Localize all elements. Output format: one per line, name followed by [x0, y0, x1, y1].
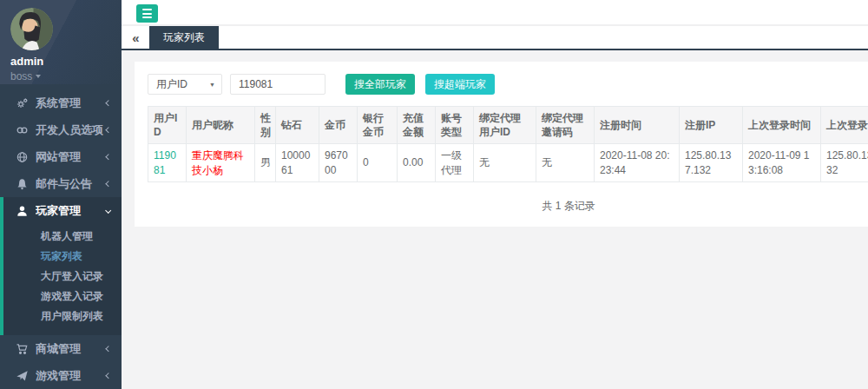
column-bound-agent-invite-code: 绑定代理邀请码 — [536, 107, 595, 144]
collapse-tabs-button[interactable]: « — [122, 26, 149, 49]
sidebar-item-label: 邮件与公告 — [36, 176, 106, 192]
cell-bound-agent-user-id: 无 — [474, 144, 536, 181]
sidebar-item-mall-management[interactable]: 商城管理 — [0, 335, 122, 362]
user-profile: admin boss — [0, 0, 122, 84]
user-name: admin — [10, 55, 122, 68]
column-register-time: 注册时间 — [595, 107, 680, 144]
avatar — [10, 8, 53, 50]
sidebar-item-game-management[interactable]: 游戏管理 — [0, 362, 122, 389]
cell-bound-agent-invite-code: 无 — [536, 144, 595, 181]
column-gold: 金币 — [319, 107, 358, 144]
cell-register-ip: 125.80.137.132 — [680, 144, 743, 181]
column-bound-agent-user-id: 绑定代理用户ID — [474, 107, 536, 144]
cell-diamonds: 1000061 — [276, 144, 319, 181]
caret-down-icon — [36, 75, 41, 78]
cart-icon — [16, 343, 29, 355]
app-window: admin boss 系统管理 — [0, 0, 868, 389]
column-recharge-amount: 充值金额 — [398, 107, 436, 144]
paper-plane-icon — [16, 370, 29, 382]
sidebar-subitem-robot-management[interactable]: 机器人管理 — [3, 227, 122, 247]
cell-gender: 男 — [255, 144, 276, 181]
field-selector-value: 用户ID — [156, 77, 187, 92]
chevron-left-icon — [105, 346, 112, 353]
chevron-left-icon — [105, 100, 112, 107]
search-input[interactable] — [230, 74, 326, 95]
sidebar-item-label: 玩家管理 — [36, 203, 106, 219]
search-all-players-button[interactable]: 搜全部玩家 — [345, 74, 415, 95]
sidebar-subitem-lobby-login-log[interactable]: 大厅登入记录 — [3, 267, 122, 287]
column-nickname: 用户昵称 — [187, 107, 255, 144]
search-form: 用户ID ▼ 搜全部玩家 搜超端玩家 — [148, 74, 868, 95]
link-icon — [16, 124, 29, 136]
cell-register-time: 2020-11-08 20:23:44 — [595, 144, 680, 181]
column-account-type: 账号类型 — [436, 107, 474, 144]
cell-last-login-ip: 125.80.137.132 — [821, 144, 868, 181]
user-role-dropdown[interactable]: boss — [10, 70, 122, 82]
chevron-left-icon — [105, 154, 112, 161]
topbar — [122, 0, 868, 26]
sidebar-item-mail-announcements[interactable]: 邮件与公告 — [0, 170, 122, 197]
user-id-link[interactable]: 119081 — [148, 144, 187, 181]
sidebar-toggle-button[interactable] — [136, 4, 158, 23]
main-area: « 玩家列表 用户ID ▼ 搜全部玩家 搜超端玩家 — [122, 0, 868, 389]
column-register-ip: 注册IP — [680, 107, 743, 144]
chevron-down-icon — [105, 208, 112, 214]
sidebar-item-system[interactable]: 系统管理 — [0, 89, 122, 116]
cell-nickname: 重庆魔腾科技小杨 — [187, 144, 255, 181]
player-table: 用户ID 用户昵称 性别 钻石 金币 银行金币 充值金额 账号类型 绑定代理用户… — [148, 106, 868, 182]
table-header-row: 用户ID 用户昵称 性别 钻石 金币 银行金币 充值金额 账号类型 绑定代理用户… — [148, 107, 868, 144]
search-super-players-button[interactable]: 搜超端玩家 — [425, 74, 495, 95]
sidebar-nav: 系统管理 开发人员选项 网站管理 — [0, 84, 122, 389]
chevron-left-icon — [105, 127, 112, 134]
sidebar-subitem-game-login-log[interactable]: 游戏登入记录 — [3, 287, 122, 307]
cell-bank-gold: 0 — [358, 144, 398, 181]
sidebar: admin boss 系统管理 — [0, 0, 122, 389]
sidebar-item-label: 商城管理 — [36, 341, 106, 357]
hamburger-icon — [142, 9, 152, 10]
table-row: 119081 重庆魔腾科技小杨 男 1000061 967000 0 0.00 … — [148, 144, 868, 181]
sidebar-item-label: 网站管理 — [36, 149, 106, 165]
player-list-panel: 用户ID ▼ 搜全部玩家 搜超端玩家 — [135, 62, 868, 227]
column-gender: 性别 — [255, 107, 276, 144]
sidebar-item-label: 系统管理 — [36, 96, 106, 111]
cell-account-type: 一级代理 — [436, 144, 474, 181]
sidebar-item-label: 游戏管理 — [36, 368, 106, 384]
chevron-left-icon — [105, 181, 112, 188]
column-user-id: 用户ID — [148, 107, 187, 144]
cell-recharge-amount: 0.00 — [398, 144, 436, 181]
sidebar-subitem-user-restriction-list[interactable]: 用户限制列表 — [3, 307, 122, 326]
column-last-login-time: 上次登录时间 — [743, 107, 821, 144]
tabbar: « 玩家列表 — [122, 26, 868, 50]
sidebar-item-dev-options[interactable]: 开发人员选项 — [0, 116, 122, 143]
column-last-login-ip: 上次登录IP — [821, 107, 868, 144]
gears-icon — [16, 97, 29, 109]
user-role-label: boss — [10, 70, 32, 82]
record-count: 共 1 条记录 — [148, 199, 868, 218]
player-management-submenu: 机器人管理 玩家列表 大厅登入记录 游戏登入记录 用户限制列表 — [3, 224, 122, 335]
bell-icon — [16, 178, 29, 190]
column-bank-gold: 银行金币 — [358, 107, 398, 144]
content-area: 用户ID ▼ 搜全部玩家 搜超端玩家 — [122, 50, 868, 227]
cell-gold: 967000 — [319, 144, 358, 181]
avatar-image — [10, 8, 53, 50]
sidebar-subitem-player-list[interactable]: 玩家列表 — [3, 247, 122, 267]
sidebar-group-player-management: 玩家管理 机器人管理 玩家列表 大厅登入记录 游戏登入记录 用户限制列表 — [0, 197, 122, 335]
triangle-down-icon: ▼ — [209, 82, 215, 88]
tab-player-list[interactable]: 玩家列表 — [149, 26, 219, 49]
user-icon — [16, 205, 29, 217]
field-selector[interactable]: 用户ID ▼ — [148, 74, 222, 95]
chevron-left-icon — [105, 373, 112, 379]
column-diamonds: 钻石 — [276, 107, 319, 144]
sidebar-item-website[interactable]: 网站管理 — [0, 143, 122, 170]
globe-icon — [16, 151, 29, 163]
sidebar-item-player-management[interactable]: 玩家管理 — [3, 197, 122, 224]
sidebar-item-label: 开发人员选项 — [36, 122, 106, 138]
cell-last-login-time: 2020-11-09 13:16:08 — [743, 144, 821, 181]
